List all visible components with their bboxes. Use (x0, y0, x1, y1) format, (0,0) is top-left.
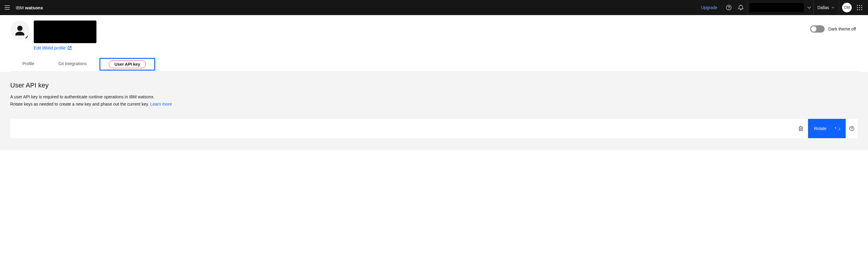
dark-theme-toggle[interactable] (810, 25, 825, 33)
chevron-down-icon (831, 5, 835, 10)
tabs: Profile Git integrations User API key (10, 57, 858, 72)
delete-key-button[interactable] (794, 119, 808, 138)
tab-git-integrations[interactable]: Git integrations (46, 57, 99, 72)
user-icon (14, 24, 26, 36)
edit-ibmid-link[interactable]: Edit IBMid profile (34, 46, 96, 50)
svg-point-8 (859, 9, 860, 10)
help-icon (726, 4, 732, 10)
product-title: IBM watsonx (16, 5, 43, 10)
row-help-button[interactable] (846, 119, 858, 138)
notifications-button[interactable] (735, 0, 747, 15)
chevron-down-icon (806, 4, 812, 10)
svg-point-6 (861, 7, 862, 8)
profile-header: Edit IBMid profile Dark theme off (0, 15, 868, 50)
separator (747, 0, 747, 15)
edit-icon (25, 35, 29, 39)
svg-point-4 (857, 7, 858, 8)
bell-icon (738, 4, 744, 10)
avatar-wrapper (10, 21, 30, 40)
name-block: Edit IBMid profile (34, 21, 96, 50)
brand-prefix: IBM (16, 5, 25, 10)
help-icon (849, 126, 855, 131)
user-name-redacted (34, 21, 96, 43)
rotate-label: Rotate (814, 126, 827, 131)
brand-name: watsonx (25, 5, 43, 10)
edit-ibmid-label: Edit IBMid profile (34, 46, 66, 50)
svg-point-5 (859, 7, 860, 8)
svg-point-2 (859, 5, 860, 6)
help-button[interactable] (723, 0, 735, 15)
account-selector-redacted[interactable] (749, 3, 804, 12)
trash-icon (798, 126, 804, 131)
description-line-2: Rotate keys as needed to create a new ke… (10, 101, 858, 108)
user-avatar[interactable]: CM (842, 3, 852, 12)
hamburger-icon (4, 4, 10, 10)
description-line-1: A user API key is required to authentica… (10, 93, 858, 101)
account-dropdown-button[interactable] (805, 0, 813, 15)
tab-user-api-key-label: User API key (109, 60, 146, 68)
launch-icon (67, 46, 72, 50)
svg-point-10 (851, 130, 852, 130)
svg-point-3 (861, 5, 862, 6)
svg-point-0 (728, 9, 729, 9)
header-right: Dark theme off (810, 21, 858, 33)
svg-point-1 (857, 5, 858, 6)
separator (839, 0, 839, 15)
upgrade-link[interactable]: Upgrade (701, 5, 717, 10)
tab-profile[interactable]: Profile (10, 57, 46, 72)
region-label: Dallas (817, 5, 829, 10)
learn-more-link[interactable]: Learn more (150, 102, 172, 107)
svg-point-7 (857, 9, 858, 10)
svg-point-9 (861, 9, 862, 10)
rotate-key-button[interactable]: Rotate (808, 119, 846, 138)
hamburger-menu-button[interactable] (0, 0, 14, 15)
page-title: User API key (10, 81, 858, 89)
top-bar: IBM watsonx Upgrade Dallas CM (0, 0, 868, 15)
api-key-row: Rotate (10, 119, 858, 138)
region-selector[interactable]: Dallas (814, 5, 839, 10)
description-line-2-text: Rotate keys as needed to create a new ke… (10, 102, 150, 107)
main-content: User API key A user API key is required … (0, 72, 868, 150)
dark-theme-label: Dark theme off (828, 27, 856, 31)
tab-user-api-key[interactable]: User API key (99, 58, 155, 70)
toggle-knob (811, 26, 816, 32)
edit-avatar-button[interactable] (24, 34, 30, 40)
app-switcher-icon (857, 4, 863, 10)
rotate-icon (835, 126, 840, 131)
app-switcher-button[interactable] (854, 0, 866, 15)
